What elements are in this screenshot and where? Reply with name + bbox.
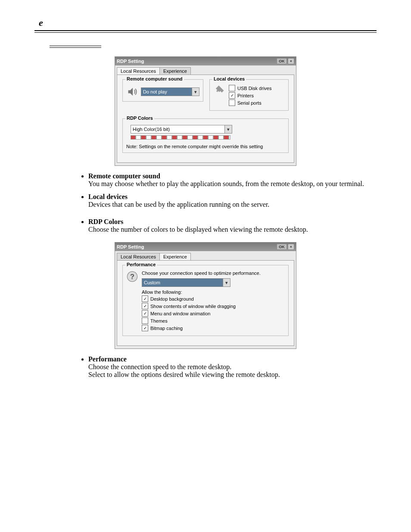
menu-animation-checkbox[interactable] bbox=[142, 310, 148, 317]
tab-experience[interactable]: Experience bbox=[159, 67, 191, 75]
bullet-desc: Choose the connection speed to the remot… bbox=[88, 363, 377, 371]
bullet-list-2: Performance Choose the connection speed … bbox=[80, 355, 377, 379]
performance-label: Performance bbox=[125, 262, 157, 267]
printers-checkbox[interactable] bbox=[229, 92, 235, 99]
usb-label: USB Disk drives bbox=[237, 86, 271, 91]
list-item: Remote computer sound You may choose whe… bbox=[88, 172, 377, 188]
tab-local-resources[interactable]: Local Resources bbox=[117, 67, 160, 75]
bullet-title: Local devices bbox=[88, 193, 128, 200]
header-letter: e bbox=[39, 17, 377, 28]
short-rule-2 bbox=[50, 47, 101, 48]
plug-icon bbox=[213, 84, 225, 96]
local-devices-label: Local devices bbox=[212, 76, 246, 81]
serial-checkbox[interactable] bbox=[229, 100, 235, 106]
remote-sound-group: Remote computer sound Do not play ▾ bbox=[122, 79, 203, 102]
bullet-desc: Choose the number of colors to be displa… bbox=[88, 226, 377, 233]
opt-bg-label: Desktop background bbox=[150, 296, 194, 302]
bullet-title: Remote computer sound bbox=[88, 172, 160, 180]
list-item: Performance Choose the connection speed … bbox=[88, 355, 377, 379]
chevron-down-icon: ▾ bbox=[224, 125, 232, 133]
connection-speed-select[interactable]: Custom ▾ bbox=[142, 278, 230, 287]
opt-drag-label: Show contents of window while dragging bbox=[150, 304, 236, 309]
desktop-background-checkbox[interactable] bbox=[142, 296, 148, 302]
window-title: RDP Setting bbox=[117, 59, 276, 64]
bullet-desc-2: Select to allow the options desired whil… bbox=[88, 371, 377, 379]
rdp-setting-window-experience: RDP Setting OK × Local Resources Experie… bbox=[115, 242, 296, 349]
window-dragging-checkbox[interactable] bbox=[142, 303, 148, 309]
local-devices-group: Local devices USB Disk drives Printers S… bbox=[209, 79, 289, 111]
bullet-desc: You may choose whether to play the appli… bbox=[88, 180, 377, 188]
bullet-desc: Devices that can be used by the applicat… bbox=[88, 201, 377, 208]
usb-checkbox[interactable] bbox=[229, 85, 235, 91]
tab-local-resources[interactable]: Local Resources bbox=[117, 253, 160, 260]
performance-group: Performance ? Choose your connection spe… bbox=[122, 265, 289, 336]
tab-bar: Local Resources Experience bbox=[117, 67, 296, 75]
tab-experience[interactable]: Experience bbox=[159, 253, 191, 260]
performance-prompt: Choose your connection speed to optimize… bbox=[142, 271, 261, 276]
chevron-down-icon: ▾ bbox=[223, 279, 230, 286]
list-item: RDP Colors Choose the number of colors t… bbox=[88, 218, 377, 233]
tab-body: Remote computer sound Do not play ▾ bbox=[117, 75, 294, 163]
tab-bar: Local Resources Experience bbox=[117, 253, 296, 260]
bullet-list-1: Remote computer sound You may choose whe… bbox=[80, 172, 377, 233]
ok-button[interactable]: OK bbox=[277, 244, 287, 250]
tab-body: Performance ? Choose your connection spe… bbox=[117, 260, 294, 346]
rdp-colors-group: RDP Colors High Color(16 bit) ▾ Note: Se… bbox=[122, 118, 289, 153]
printers-label: Printers bbox=[237, 93, 254, 98]
titlebar: RDP Setting OK × bbox=[115, 57, 296, 65]
color-note: Note: Settings on the remote computer mi… bbox=[126, 144, 285, 149]
remote-sound-label: Remote computer sound bbox=[125, 76, 184, 81]
sound-select[interactable]: Do not play ▾ bbox=[141, 87, 199, 96]
rdp-setting-window-local: RDP Setting OK × Local Resources Experie… bbox=[115, 56, 296, 166]
close-button[interactable]: × bbox=[288, 58, 294, 64]
opt-bitmap-label: Bitmap caching bbox=[150, 326, 183, 331]
bitmap-caching-checkbox[interactable] bbox=[142, 325, 148, 331]
connection-speed-value: Custom bbox=[144, 280, 160, 285]
bullet-title: RDP Colors bbox=[88, 218, 123, 225]
chevron-down-icon: ▾ bbox=[192, 88, 199, 96]
color-select[interactable]: High Color(16 bit) ▾ bbox=[131, 125, 232, 134]
opt-anim-label: Menu and window animation bbox=[150, 311, 210, 316]
themes-checkbox[interactable] bbox=[142, 317, 148, 324]
bullet-title: Performance bbox=[88, 355, 127, 363]
color-bar bbox=[131, 135, 230, 140]
serial-label: Serial ports bbox=[237, 100, 262, 106]
close-button[interactable]: × bbox=[288, 244, 294, 250]
help-icon: ? bbox=[126, 271, 138, 283]
list-item: Local devices Devices that can be used b… bbox=[88, 193, 377, 208]
rdp-colors-label: RDP Colors bbox=[125, 115, 154, 121]
header-rule bbox=[34, 30, 377, 33]
ok-button[interactable]: OK bbox=[277, 58, 287, 64]
svg-text:?: ? bbox=[130, 273, 134, 280]
window-title: RDP Setting bbox=[117, 244, 276, 249]
titlebar: RDP Setting OK × bbox=[115, 243, 296, 251]
allow-following-label: Allow the following: bbox=[142, 289, 261, 295]
color-select-value: High Color(16 bit) bbox=[133, 127, 170, 132]
opt-themes-label: Themes bbox=[150, 318, 168, 324]
speaker-icon bbox=[126, 86, 138, 98]
sound-select-value: Do not play bbox=[143, 89, 167, 94]
short-rule-1 bbox=[50, 46, 101, 46]
